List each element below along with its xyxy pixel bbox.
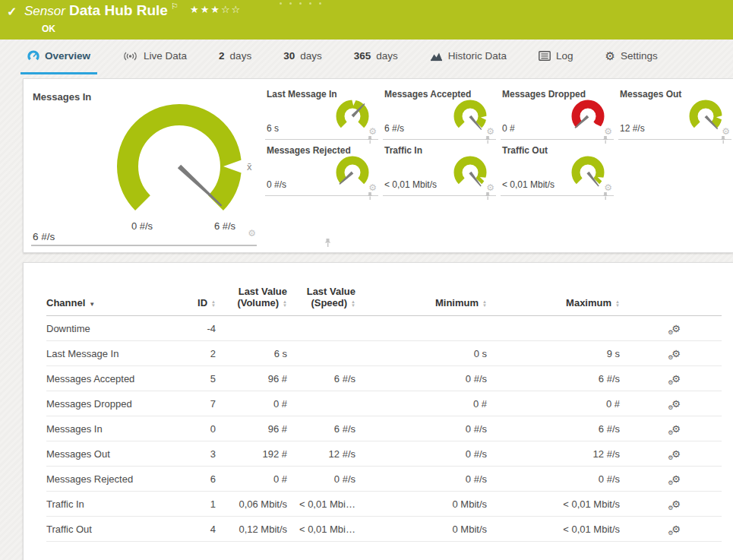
- faint-toolbar-dots: [280, 2, 321, 5]
- pin-icon[interactable]: [324, 238, 332, 248]
- pin-icon[interactable]: [484, 191, 491, 201]
- tab-settings[interactable]: ⚙ Settings: [599, 40, 665, 74]
- tab-label: days: [300, 50, 322, 62]
- sort-icon[interactable]: ▲▼: [211, 300, 216, 308]
- flag-icon[interactable]: ⚐: [171, 2, 179, 11]
- tab-number: 30: [283, 50, 295, 62]
- tab-365-days[interactable]: 365 days: [347, 40, 405, 74]
- column-header-maximum[interactable]: Maximum▲▼: [498, 286, 630, 316]
- tab-30-days[interactable]: 30 days: [276, 40, 329, 74]
- channel-table: Channel▼ ID▲▼ Last Value (Volume)▲▼ Last…: [46, 286, 722, 542]
- channel-min: 0 s: [366, 341, 498, 366]
- channel-min: 0 #/s: [366, 366, 498, 391]
- channel-volume: 0 #: [226, 391, 298, 416]
- channel-name: Downtime: [46, 316, 187, 341]
- sensor-title: Data Hub Rule: [69, 2, 168, 19]
- tab-overview[interactable]: Overview: [21, 40, 97, 74]
- table-row: Messages Accepted 5 96 # 6 #/s 0 #/s 6 #…: [46, 366, 722, 391]
- column-header-last-value-speed[interactable]: Last Value (Speed)▲▼: [298, 286, 366, 316]
- pin-icon[interactable]: [366, 191, 374, 201]
- sort-icon[interactable]: ▲▼: [482, 300, 487, 308]
- channel-min: 0 #: [366, 391, 498, 416]
- channel-max: < 0,01 Mbit/s: [498, 517, 630, 542]
- average-marker-label: x̄: [247, 161, 252, 172]
- pin-icon[interactable]: [602, 191, 609, 201]
- channel-max: 6 #/s: [498, 416, 630, 441]
- sort-icon[interactable]: ▲▼: [615, 300, 620, 308]
- channel-gear-icon[interactable]: ⚙: [248, 229, 256, 238]
- channel-speed: [298, 316, 366, 341]
- channel-settings-icon[interactable]: ⚙⚙: [671, 524, 681, 535]
- channel-speed: < 0,01 Mbi…: [298, 498, 355, 510]
- column-header-last-value-volume[interactable]: Last Value (Volume)▲▼: [226, 286, 298, 316]
- column-label: Last Value: [226, 286, 287, 297]
- tab-historic-data[interactable]: Historic Data: [423, 40, 513, 74]
- channel-max: 9 s: [498, 341, 630, 366]
- channel-last-value: < 0,01 Mbit/s: [502, 179, 554, 190]
- column-header-actions: [630, 286, 722, 316]
- channel-id: 4: [187, 517, 226, 542]
- tab-live-data[interactable]: Live Data: [115, 40, 194, 74]
- tab-log[interactable]: Log: [532, 40, 580, 74]
- column-header-channel[interactable]: Channel▼: [46, 286, 187, 316]
- mini-gauge-tile: Traffic In < 0,01 Mbit/s ⚙: [383, 141, 496, 196]
- mini-gauge-tile: Messages Dropped 0 # ⚙: [501, 85, 614, 140]
- channel-last-value: 6 #/s: [33, 231, 55, 242]
- tab-label: days: [376, 50, 398, 62]
- column-label: (Volume): [237, 297, 279, 308]
- channel-id: 6: [187, 467, 226, 492]
- channel-id: 7: [187, 391, 226, 416]
- channel-min: 0 Mbit/s: [366, 517, 498, 542]
- channel-min: 0 Mbit/s: [366, 492, 498, 517]
- column-header-id[interactable]: ID▲▼: [187, 286, 226, 316]
- sort-desc-icon[interactable]: ▼: [89, 301, 95, 308]
- channel-settings-icon[interactable]: ⚙⚙: [671, 498, 681, 510]
- channel-settings-icon[interactable]: ⚙⚙: [671, 448, 681, 460]
- channel-speed: < 0,01 Mbi…: [298, 524, 355, 535]
- gauge-title: Messages Out: [620, 89, 681, 100]
- channel-settings-icon[interactable]: ⚙⚙: [671, 473, 681, 485]
- channel-max: 0 #/s: [498, 467, 630, 492]
- channel-name: Messages Dropped: [46, 391, 187, 416]
- channel-speed: 12 #/s: [298, 441, 366, 467]
- tab-label: Historic Data: [448, 50, 507, 62]
- channel-last-value: < 0,01 Mbit/s: [384, 179, 437, 190]
- gauges-panel: Messages In x̄ 0 #/s 6 #/s 6 #/s ⚙: [23, 78, 733, 253]
- gauge-min-label: 0 #/s: [112, 220, 172, 232]
- sort-icon[interactable]: ▲▼: [283, 300, 287, 308]
- channel-id: -4: [187, 316, 226, 341]
- column-header-minimum[interactable]: Minimum▲▼: [366, 286, 498, 316]
- mini-gauge-tile: Messages Accepted 6 #/s ⚙: [383, 85, 496, 140]
- channel-settings-icon[interactable]: ⚙⚙: [671, 373, 681, 384]
- object-kind-label: Sensor: [24, 4, 65, 19]
- sensor-overview-page: ✓ Sensor Data Hub Rule ⚐ ★★★☆☆ OK Overvi…: [0, 0, 733, 560]
- channel-min: [366, 316, 498, 341]
- channel-settings-icon[interactable]: ⚙⚙: [671, 423, 681, 435]
- mini-gauge-tile: Messages Rejected 0 #/s ⚙: [265, 141, 378, 196]
- channel-last-value: 6 #/s: [384, 123, 404, 134]
- mini-gauge-tile: Messages Out 12 #/s ⚙: [618, 85, 731, 140]
- column-label: ID: [197, 297, 207, 308]
- tab-2-days[interactable]: 2 days: [212, 40, 258, 74]
- channel-min: 0 #/s: [366, 441, 498, 467]
- priority-stars[interactable]: ★★★☆☆: [190, 4, 242, 15]
- channel-settings-icon[interactable]: ⚙⚙: [671, 323, 681, 334]
- channel-settings-icon[interactable]: ⚙⚙: [671, 398, 681, 410]
- channel-id: 2: [187, 341, 226, 366]
- tab-label: Log: [556, 50, 573, 62]
- tab-label: days: [230, 50, 252, 62]
- channel-volume: 192 #: [226, 441, 298, 467]
- sort-icon[interactable]: ▲▼: [351, 300, 355, 308]
- channel-settings-icon[interactable]: ⚙⚙: [671, 348, 681, 359]
- channel-last-value: 0 #: [502, 123, 515, 134]
- live-signal-icon: [122, 50, 138, 62]
- mini-gauge-grid: Last Message In 6 s ⚙ Messages Accepted: [265, 85, 731, 196]
- pin-icon[interactable]: [719, 135, 727, 144]
- channel-max: [498, 316, 630, 341]
- channel-name: Traffic Out: [46, 517, 187, 542]
- channel-volume: 6 s: [226, 341, 298, 366]
- status-badge: OK: [42, 24, 55, 34]
- channel-id: 1: [187, 492, 226, 517]
- channel-id: 3: [187, 441, 226, 467]
- channel-speed: [298, 391, 366, 416]
